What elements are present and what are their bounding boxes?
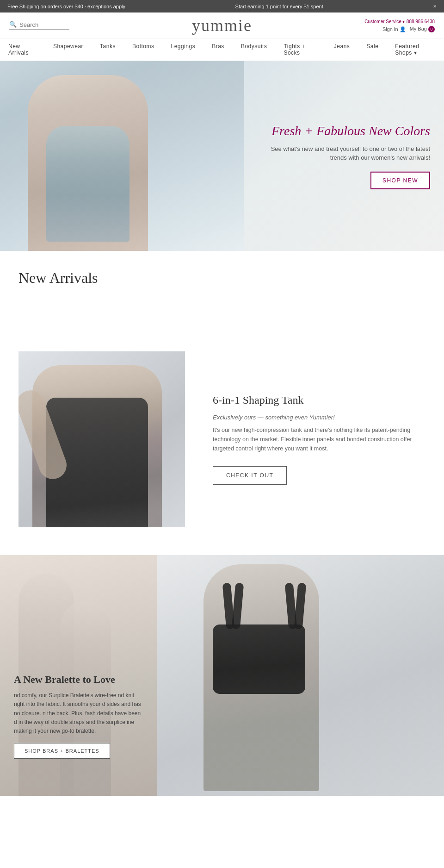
product-description: It's our new high-compression tank and t…	[213, 425, 426, 453]
announcement-bar: Free Shipping on orders over $40 · excep…	[0, 0, 444, 12]
bag-label: My Bag	[410, 26, 427, 31]
nav-leggings[interactable]: Leggings	[162, 38, 204, 54]
nav-jeans[interactable]: Jeans	[326, 38, 358, 54]
nav-featured-shops[interactable]: Featured Shops ▾	[387, 38, 444, 61]
new-arrivals-section: New Arrivals	[0, 251, 444, 324]
nav-shapewear[interactable]: Shapewear	[45, 38, 92, 54]
search-icon: 🔍	[9, 21, 17, 28]
nav-bottoms[interactable]: Bottoms	[124, 38, 163, 54]
nav-tanks[interactable]: Tanks	[92, 38, 124, 54]
bralette-description: nd comfy, our Surplice Bralette's wire-f…	[14, 691, 143, 736]
nav-sale[interactable]: Sale	[358, 38, 387, 54]
search-input[interactable]	[19, 21, 66, 28]
nav-tights-socks[interactable]: Tights + Socks	[275, 38, 325, 61]
nav-bras[interactable]: Bras	[204, 38, 233, 54]
auth-links: Sign in 👤 My Bag 0	[364, 26, 435, 32]
bralette-section: A New Bralette to Love nd comfy, our Sur…	[0, 555, 444, 796]
main-nav: New Arrivals Shapewear Tanks Bottoms Leg…	[0, 38, 444, 61]
bralette-text: A New Bralette to Love nd comfy, our Sur…	[14, 674, 143, 759]
shop-bralettes-button[interactable]: SHOP BRAS + BRALETTES	[14, 743, 110, 759]
brand-logo[interactable]: yummie	[192, 16, 252, 35]
hero-headline: Fresh + Fabulous New Colors	[254, 123, 430, 139]
product-info: 6-in-1 Shaping Tank Exclusively ours — s…	[213, 394, 426, 485]
phone-number: 888.986.6438	[407, 19, 435, 24]
bag-link[interactable]: My Bag 0	[410, 26, 435, 32]
product-feature-section: 6-in-1 Shaping Tank Exclusively ours — s…	[0, 324, 444, 555]
hero-text: Fresh + Fabulous New Colors See what's n…	[254, 123, 430, 189]
hero-banner: Fresh + Fabulous New Colors See what's n…	[0, 61, 444, 251]
product-image	[18, 351, 185, 527]
check-it-out-button[interactable]: CHECK IT OUT	[213, 466, 287, 485]
bag-count: 0	[428, 26, 435, 32]
header-right: Customer Service ▾ 888.986.6438 Sign in …	[364, 18, 435, 32]
signin-link[interactable]: Sign in 👤	[382, 26, 406, 32]
search-bar[interactable]: 🔍	[9, 21, 69, 30]
phone-label[interactable]: Customer Service ▾	[364, 19, 405, 24]
shop-new-button[interactable]: SHOP NEW	[370, 171, 430, 189]
hero-subtext: See what's new and treat yourself to one…	[254, 144, 430, 162]
close-icon[interactable]: ×	[433, 3, 437, 10]
product-tagline: Exclusively ours — something even Yummie…	[213, 414, 426, 421]
hero-model-image	[0, 61, 244, 251]
nav-new-arrivals[interactable]: New Arrivals	[0, 38, 45, 61]
announcement-right: Start earning 1 point for every $1 spent	[235, 4, 323, 9]
product-name: 6-in-1 Shaping Tank	[213, 394, 426, 406]
bralette-right-image	[157, 555, 444, 796]
announcement-left: Free Shipping on orders over $40 · excep…	[7, 4, 125, 9]
customer-service: Customer Service ▾ 888.986.6438	[364, 18, 435, 25]
nav-bodysuits[interactable]: Bodysuits	[233, 38, 276, 54]
bralette-left-image: A New Bralette to Love nd comfy, our Sur…	[0, 555, 157, 796]
bralette-title: A New Bralette to Love	[14, 674, 143, 686]
user-icon: 👤	[400, 26, 406, 32]
new-arrivals-title: New Arrivals	[0, 251, 444, 296]
header: 🔍 yummie Customer Service ▾ 888.986.6438…	[0, 12, 444, 38]
